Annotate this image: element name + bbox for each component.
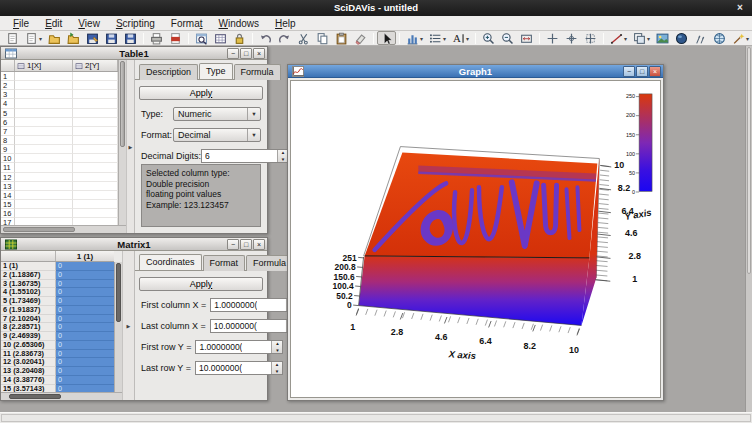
data-reader-button[interactable] bbox=[562, 31, 581, 45]
add-image-button[interactable] bbox=[653, 31, 672, 45]
matrix-cell-selected[interactable]: 0 bbox=[56, 262, 114, 271]
row-number[interactable]: 10 bbox=[1, 154, 15, 163]
table-cell[interactable] bbox=[73, 163, 118, 172]
import-ascii-button[interactable] bbox=[64, 31, 83, 45]
app-close-icon[interactable]: × bbox=[733, 0, 747, 15]
row-number[interactable]: 4 bbox=[1, 99, 15, 108]
matrix1-maximize-button[interactable]: □ bbox=[240, 239, 252, 250]
menu-file[interactable]: File bbox=[5, 18, 37, 29]
menu-view[interactable]: View bbox=[70, 18, 108, 29]
table-cell[interactable] bbox=[73, 109, 118, 118]
fit-wizard-button[interactable]: ▾ bbox=[729, 31, 752, 45]
matrix-cell-selected[interactable]: 0 bbox=[56, 376, 114, 385]
table1-window[interactable]: Table1 −□× 1[X]2[Y]123456789101112131415… bbox=[0, 46, 268, 234]
select-data-range-button[interactable] bbox=[581, 31, 600, 45]
cut-selection-button[interactable] bbox=[294, 31, 313, 45]
table1-decimal-spinbox[interactable]: 6▲▼ bbox=[201, 149, 289, 163]
clear-selection-button[interactable] bbox=[351, 31, 370, 45]
workspace-scrollbar[interactable] bbox=[745, 46, 752, 412]
add-text-button[interactable]: A▾ bbox=[449, 31, 472, 45]
redo-button[interactable] bbox=[275, 31, 294, 45]
table-cell[interactable] bbox=[15, 209, 73, 218]
open-project-button[interactable] bbox=[45, 31, 64, 45]
zoom-in-button[interactable] bbox=[479, 31, 498, 45]
table-cell[interactable] bbox=[15, 99, 73, 108]
table-cell[interactable] bbox=[73, 173, 118, 182]
row-number[interactable]: 11 bbox=[1, 163, 15, 172]
duplicate-window-button[interactable] bbox=[211, 31, 230, 45]
table-cell[interactable] bbox=[15, 109, 73, 118]
table-cell[interactable] bbox=[15, 200, 73, 209]
matrix-cell-selected[interactable]: 0 bbox=[56, 332, 114, 341]
table-cell[interactable] bbox=[15, 118, 73, 127]
screen-reader-button[interactable] bbox=[543, 31, 562, 45]
matrix-corner-cell[interactable] bbox=[1, 251, 56, 261]
find-window-button[interactable] bbox=[192, 31, 211, 45]
graph1-maximize-button[interactable]: □ bbox=[636, 66, 648, 77]
graph1-window[interactable]: Graph1 −□× bbox=[287, 64, 664, 401]
matrix1-window[interactable]: Matrix1 −□× 1 (1)1 (1)02 (1.18367)03 (1.… bbox=[0, 237, 268, 401]
new-project-button[interactable] bbox=[3, 31, 22, 45]
matrix1-minimize-button[interactable]: − bbox=[227, 239, 239, 250]
matrix1-horizontal-scrollbar[interactable] bbox=[1, 392, 122, 400]
matrix1-coordinate-spinbox-2[interactable]: 1.0000000(▲▼ bbox=[195, 340, 283, 354]
table-cell[interactable] bbox=[73, 81, 118, 90]
matrix-cell-selected[interactable]: 0 bbox=[56, 350, 114, 359]
column-statistics-button[interactable]: ▾ bbox=[403, 31, 426, 45]
matrix-cell-selected[interactable]: 0 bbox=[56, 315, 114, 324]
menu-scripting[interactable]: Scripting bbox=[108, 18, 163, 29]
save-template-button[interactable] bbox=[121, 31, 140, 45]
table1-panel-collapse-handle[interactable]: ▶ bbox=[126, 60, 134, 233]
table-cell[interactable] bbox=[15, 218, 73, 225]
table1-horizontal-scrollbar[interactable] bbox=[1, 225, 126, 233]
table-cell[interactable] bbox=[15, 72, 73, 81]
row-number[interactable]: 17 bbox=[1, 218, 15, 225]
table-cell[interactable] bbox=[73, 145, 118, 154]
matrix-cell-selected[interactable]: 0 bbox=[56, 297, 114, 306]
table1-maximize-button[interactable]: □ bbox=[240, 48, 252, 59]
matrix-cell-selected[interactable]: 0 bbox=[56, 271, 114, 280]
undo-button[interactable] bbox=[256, 31, 275, 45]
matrix1-vertical-scrollbar[interactable] bbox=[114, 262, 122, 392]
matrix1-grid[interactable]: 1 (1)1 (1)02 (1.18367)03 (1.36735)04 (1.… bbox=[1, 251, 114, 392]
table-cell[interactable] bbox=[15, 90, 73, 99]
row-statistics-button[interactable]: ▾ bbox=[426, 31, 449, 45]
table1-apply-button[interactable]: Apply bbox=[139, 86, 263, 100]
table1-tab-formula[interactable]: Formula bbox=[234, 64, 281, 80]
table-cell[interactable] bbox=[73, 136, 118, 145]
plot-vectors-button[interactable] bbox=[691, 31, 710, 45]
row-number[interactable]: 16 bbox=[1, 209, 15, 218]
graph1-close-button[interactable]: × bbox=[649, 66, 661, 77]
table-cell[interactable] bbox=[15, 136, 73, 145]
matrix1-tab-formula[interactable]: Formula bbox=[246, 255, 293, 271]
table-cell[interactable] bbox=[73, 127, 118, 136]
table1-combo-1[interactable]: Decimal▼ bbox=[173, 128, 261, 142]
plot-globe-button[interactable] bbox=[710, 31, 729, 45]
table-cell[interactable] bbox=[73, 182, 118, 191]
matrix1-coordinate-spinbox-1[interactable]: 10.000000(▲▼ bbox=[210, 319, 298, 333]
table-cell[interactable] bbox=[73, 72, 118, 81]
table1-vertical-scrollbar[interactable] bbox=[118, 60, 126, 225]
matrix1-close-button[interactable]: × bbox=[253, 239, 265, 250]
table1-grid[interactable]: 1[X]2[Y]1234567891011121314151617 bbox=[1, 60, 118, 225]
matrix-row-header[interactable]: 15 (3.57143) bbox=[1, 385, 56, 393]
row-number[interactable]: 8 bbox=[1, 136, 15, 145]
table1-close-button[interactable]: × bbox=[253, 48, 265, 59]
matrix-cell-selected[interactable]: 0 bbox=[56, 358, 114, 367]
table-cell[interactable] bbox=[15, 182, 73, 191]
matrix1-coordinate-spinbox-3[interactable]: 10.000000(▲▼ bbox=[195, 361, 283, 375]
row-number[interactable]: 12 bbox=[1, 173, 15, 182]
matrix-cell-selected[interactable]: 0 bbox=[56, 280, 114, 289]
lock-aspect-button[interactable] bbox=[230, 31, 249, 45]
spinner-buttons[interactable]: ▲▼ bbox=[271, 362, 282, 374]
plot-pie-button[interactable] bbox=[672, 31, 691, 45]
table-cell[interactable] bbox=[15, 191, 73, 200]
matrix1-apply-button[interactable]: Apply bbox=[139, 277, 263, 291]
draw-line-button[interactable]: ▾ bbox=[607, 31, 630, 45]
matrix1-tab-coordinates[interactable]: Coordinates bbox=[139, 254, 202, 270]
table-cell[interactable] bbox=[73, 99, 118, 108]
print-button[interactable] bbox=[147, 31, 166, 45]
table1-combo-0[interactable]: Numeric▼ bbox=[173, 107, 261, 121]
table-cell[interactable] bbox=[73, 118, 118, 127]
matrix-cell-selected[interactable]: 0 bbox=[56, 288, 114, 297]
